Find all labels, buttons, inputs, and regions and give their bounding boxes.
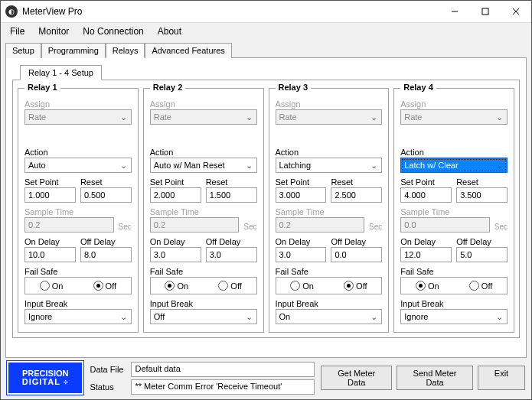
relay-4-offdelay-input[interactable] [456, 247, 508, 262]
relay-4-group: Relay 4 Assign Rate⌄ Action Latch w/ Cle… [393, 88, 514, 333]
assign-label: Assign [150, 99, 257, 109]
offdelay-label: Off Delay [456, 237, 508, 246]
relay-3-sample-input [276, 217, 365, 233]
relay-2-failsafe-on[interactable]: On [165, 281, 188, 291]
relay-1-failsafe-on[interactable]: On [40, 281, 64, 291]
relay-1-assign-combo[interactable]: Rate⌄ [24, 109, 132, 125]
offdelay-label: Off Delay [80, 237, 132, 246]
relay-3-failsafe-off[interactable]: Off [344, 281, 367, 291]
maximize-button[interactable] [470, 1, 501, 22]
menu-file[interactable]: File [4, 24, 31, 38]
ondelay-label: On Delay [276, 237, 327, 246]
assign-label: Assign [400, 99, 508, 109]
tab-setup[interactable]: Setup [5, 43, 41, 58]
assign-label: Assign [24, 99, 132, 109]
ondelay-label: On Delay [400, 237, 452, 246]
chevron-down-icon: ⌄ [494, 160, 505, 171]
sample-label: Sample Time [276, 207, 383, 216]
sample-label: Sample Time [400, 207, 508, 216]
relay-1-setpoint-input[interactable] [24, 187, 76, 203]
menu-connection[interactable]: No Connection [77, 24, 149, 38]
relay-3-offdelay-input[interactable] [331, 247, 382, 262]
action-label: Action [400, 148, 508, 157]
relay-3-setpoint-input[interactable] [276, 187, 327, 203]
send-meter-data-button[interactable]: Send Meter Data [397, 366, 473, 390]
relay-2-ondelay-input[interactable] [150, 247, 201, 262]
chevron-down-icon: ⌄ [118, 112, 129, 123]
relay-2-assign-combo[interactable]: Rate⌄ [150, 109, 257, 125]
inputbreak-label: Input Break [150, 299, 257, 308]
chevron-down-icon: ⌄ [118, 311, 129, 323]
relay-4-ondelay-input[interactable] [400, 247, 452, 262]
relay-1-ondelay-input[interactable] [24, 247, 76, 262]
tab-advanced[interactable]: Advanced Features [145, 43, 231, 58]
relay-4-reset-input[interactable] [456, 187, 508, 203]
chevron-down-icon: ⌄ [494, 112, 505, 123]
chevron-down-icon: ⌄ [494, 311, 505, 323]
relay-4-assign-combo[interactable]: Rate⌄ [400, 109, 508, 125]
tab-programming[interactable]: Programming [41, 43, 106, 58]
chevron-down-icon: ⌄ [243, 311, 255, 323]
subtab-relay-setup[interactable]: Relay 1 - 4 Setup [20, 65, 102, 80]
chevron-down-icon: ⌄ [243, 112, 255, 123]
relay-1-failsafe-off[interactable]: Off [93, 281, 116, 291]
tab-relays[interactable]: Relays [106, 43, 145, 58]
relay-4-setpoint-input[interactable] [400, 187, 452, 203]
relay-4-inputbreak-combo[interactable]: Ignore⌄ [400, 309, 508, 324]
menubar: File Monitor No Connection About [1, 23, 531, 40]
inputbreak-label: Input Break [400, 299, 508, 308]
failsafe-label: Fail Safe [400, 267, 508, 276]
sec-label: Sec [494, 223, 508, 233]
setpoint-label: Set Point [276, 177, 327, 187]
brand-logo: PRECISION DIGITAL ÷ [7, 361, 83, 395]
relay-4-action-combo[interactable]: Latch w/ Clear⌄ [400, 158, 508, 173]
relay-1-action-combo[interactable]: Auto⌄ [24, 158, 132, 173]
relay-4-failsafe-on[interactable]: On [416, 281, 439, 291]
relay-3-assign-combo[interactable]: Rate⌄ [276, 109, 383, 125]
relay-2-failsafe-group: On Off [150, 277, 257, 294]
relay-2-title: Relay 2 [150, 83, 186, 92]
sample-label: Sample Time [24, 207, 132, 216]
inputbreak-label: Input Break [276, 299, 383, 308]
relay-3-inputbreak-combo[interactable]: On⌄ [276, 309, 383, 324]
chevron-down-icon: ⌄ [118, 160, 129, 171]
failsafe-label: Fail Safe [276, 267, 383, 276]
relay-1-group: Relay 1 Assign Rate⌄ Action Auto⌄ Set Po… [18, 88, 139, 333]
window-title: MeterView Pro [22, 6, 439, 17]
relay-3-ondelay-input[interactable] [276, 247, 327, 262]
relay-3-failsafe-on[interactable]: On [290, 281, 314, 291]
relay-1-offdelay-input[interactable] [80, 247, 132, 262]
relay-2-sample-input [150, 217, 240, 233]
get-meter-data-button[interactable]: Get Meter Data [321, 366, 392, 390]
relay-1-inputbreak-combo[interactable]: Ignore⌄ [24, 309, 132, 324]
relay-2-offdelay-input[interactable] [206, 247, 257, 262]
relay-2-setpoint-input[interactable] [150, 187, 201, 203]
relay-1-reset-input[interactable] [80, 187, 132, 203]
reset-label: Reset [80, 177, 132, 187]
action-label: Action [276, 148, 383, 157]
logo-line2: DIGITAL ÷ [22, 378, 69, 386]
radio-icon [344, 281, 354, 291]
menu-about[interactable]: About [152, 24, 188, 38]
minimize-button[interactable] [439, 1, 470, 22]
ondelay-label: On Delay [24, 237, 76, 246]
relay-4-failsafe-group: On Off [400, 277, 508, 294]
exit-button[interactable]: Exit [478, 366, 525, 390]
relay-1-sample-input [24, 217, 114, 233]
menu-monitor[interactable]: Monitor [32, 24, 75, 38]
relay-3-reset-input[interactable] [331, 187, 382, 203]
relay-1-title: Relay 1 [24, 83, 60, 92]
relay-2-reset-input[interactable] [206, 187, 257, 203]
close-button[interactable] [501, 1, 531, 22]
offdelay-label: Off Delay [206, 237, 257, 246]
app-icon: ◐ [5, 5, 18, 18]
relay-3-title: Relay 3 [276, 83, 312, 92]
relay-2-inputbreak-combo[interactable]: Off⌄ [150, 309, 257, 324]
relay-3-action-combo[interactable]: Latching⌄ [276, 158, 383, 173]
sec-label: Sec [243, 223, 256, 233]
sec-label: Sec [369, 223, 382, 233]
relay-2-group: Relay 2 Assign Rate⌄ Action Auto w/ Man … [143, 88, 264, 333]
relay-2-failsafe-off[interactable]: Off [218, 281, 241, 291]
relay-4-failsafe-off[interactable]: Off [469, 281, 492, 291]
relay-2-action-combo[interactable]: Auto w/ Man Reset⌄ [150, 158, 257, 173]
